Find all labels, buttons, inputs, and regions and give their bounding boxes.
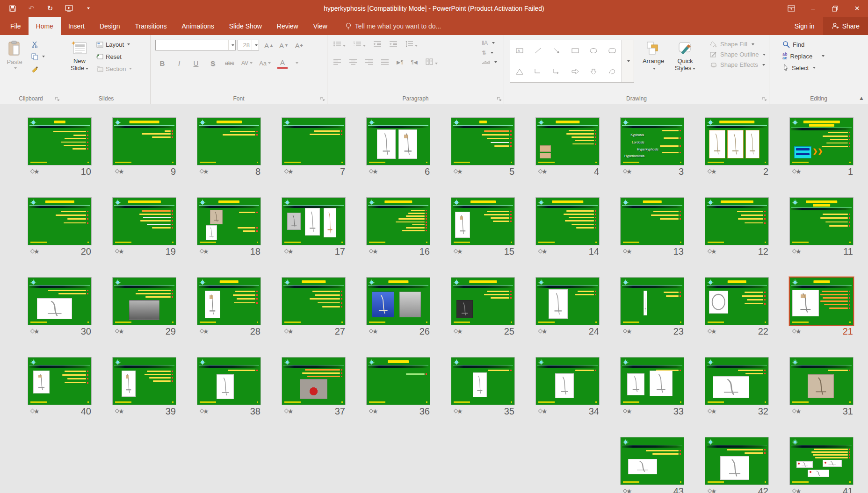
align-left-button[interactable]: [333, 58, 341, 66]
animation-star-icon[interactable]: ★: [626, 328, 632, 335]
drawing-dialog-launcher[interactable]: [761, 96, 767, 102]
italic-button[interactable]: I: [174, 57, 184, 69]
slide-thumbnail-17[interactable]: [282, 198, 345, 245]
slide-thumbnail-11[interactable]: [790, 198, 853, 245]
slide-thumbnail-35[interactable]: [451, 357, 514, 405]
freeform-shape-icon[interactable]: [603, 61, 622, 82]
animation-star-icon[interactable]: ★: [288, 168, 294, 175]
animation-star-icon[interactable]: ★: [542, 168, 548, 175]
close-icon[interactable]: ✕: [846, 0, 868, 17]
animation-star-icon[interactable]: ★: [796, 248, 802, 255]
slide-thumbnail-12[interactable]: [705, 198, 768, 245]
paste-button[interactable]: Paste: [1, 38, 28, 86]
grow-font-button[interactable]: A▲: [264, 40, 274, 51]
animation-star-icon[interactable]: ★: [203, 248, 209, 255]
animation-star-icon[interactable]: ★: [542, 248, 548, 255]
slide-thumbnail-43[interactable]: [621, 437, 684, 485]
align-text-button[interactable]: ⇅: [482, 50, 497, 56]
animation-star-icon[interactable]: ★: [711, 168, 717, 175]
minimize-icon[interactable]: –: [802, 0, 824, 17]
slide-thumbnail-29[interactable]: [113, 278, 176, 325]
animation-star-icon[interactable]: ★: [626, 487, 632, 493]
animation-star-icon[interactable]: ★: [457, 248, 463, 255]
copy-button[interactable]: [31, 53, 45, 60]
animation-star-icon[interactable]: ★: [711, 487, 717, 493]
layout-button[interactable]: Layout: [96, 41, 130, 48]
format-painter-button[interactable]: [31, 65, 39, 72]
slide-thumbnail-36[interactable]: [367, 357, 430, 405]
textbox-shape-icon[interactable]: A: [510, 40, 529, 61]
start-from-beginning-icon[interactable]: [63, 3, 75, 14]
slide-thumbnail-15[interactable]: [451, 198, 514, 245]
slide-thumbnail-26[interactable]: [367, 278, 430, 325]
right-arrow-shape-icon[interactable]: [566, 61, 585, 82]
font-color-dropdown-icon[interactable]: [296, 62, 298, 64]
slide-thumbnail-18[interactable]: [197, 198, 260, 245]
tab-animations[interactable]: Animations: [174, 17, 221, 35]
tab-home[interactable]: Home: [29, 17, 61, 35]
find-button[interactable]: Find: [782, 41, 825, 48]
character-spacing-button[interactable]: AV: [241, 57, 253, 69]
slide-thumbnail-4[interactable]: [536, 118, 599, 165]
font-name-combo[interactable]: [155, 40, 236, 50]
paragraph-dialog-launcher[interactable]: [496, 96, 502, 102]
animation-star-icon[interactable]: ★: [626, 407, 632, 415]
tab-view[interactable]: View: [306, 17, 335, 35]
shape-outline-button[interactable]: Shape Outline: [710, 51, 766, 58]
animation-star-icon[interactable]: ★: [457, 328, 463, 335]
animation-star-icon[interactable]: ★: [34, 168, 40, 175]
justify-button[interactable]: [381, 58, 389, 66]
elbow-connector-shape-icon[interactable]: [529, 61, 548, 82]
change-case-button[interactable]: Aa: [259, 57, 271, 69]
collapse-ribbon-icon[interactable]: ▲︎​: [859, 95, 864, 101]
slide-thumbnail-19[interactable]: [113, 198, 176, 245]
animation-star-icon[interactable]: ★: [796, 407, 802, 415]
animation-star-icon[interactable]: ★: [203, 407, 209, 415]
animation-star-icon[interactable]: ★: [711, 407, 717, 415]
animation-star-icon[interactable]: ★: [288, 248, 294, 255]
animation-star-icon[interactable]: ★: [711, 328, 717, 335]
slide-thumbnail-40[interactable]: [28, 357, 91, 405]
quick-styles-button[interactable]: QuickStyles: [671, 38, 700, 86]
line-shape-icon[interactable]: [529, 40, 548, 61]
redo-icon[interactable]: ↻: [44, 3, 56, 14]
animation-star-icon[interactable]: ★: [372, 407, 378, 415]
slide-thumbnail-28[interactable]: [197, 278, 260, 325]
animation-star-icon[interactable]: ★: [796, 487, 802, 493]
animation-star-icon[interactable]: ★: [288, 328, 294, 335]
animation-star-icon[interactable]: ★: [118, 407, 124, 415]
triangle-shape-icon[interactable]: [510, 61, 529, 82]
slide-thumbnail-32[interactable]: [705, 357, 768, 405]
slide-thumbnail-3[interactable]: KyphosisLordosisHyperkyphosisHyperlordos…: [621, 118, 684, 165]
rtl-direction-button[interactable]: ¶◀: [411, 59, 417, 65]
slide-thumbnail-2[interactable]: [705, 118, 768, 165]
animation-star-icon[interactable]: ★: [796, 328, 802, 335]
text-direction-button[interactable]: ‖A: [482, 40, 497, 46]
oval-shape-icon[interactable]: [585, 40, 603, 61]
underline-button[interactable]: U: [191, 57, 201, 69]
shrink-font-button[interactable]: A▼: [279, 40, 289, 51]
slide-thumbnail-14[interactable]: [536, 198, 599, 245]
elbow-arrow-connector-shape-icon[interactable]: [547, 61, 566, 82]
animation-star-icon[interactable]: ★: [34, 407, 40, 415]
ltr-direction-button[interactable]: ▶¶: [397, 59, 403, 65]
animation-star-icon[interactable]: ★: [796, 168, 802, 175]
strikethrough-button[interactable]: abc: [224, 57, 235, 69]
align-center-button[interactable]: [349, 58, 357, 66]
cut-button[interactable]: [31, 41, 39, 48]
slide-thumbnail-13[interactable]: [621, 198, 684, 245]
shape-fill-button[interactable]: Shape Fill: [710, 41, 766, 48]
numbering-button[interactable]: [353, 41, 366, 49]
convert-smartart-button[interactable]: [482, 59, 497, 65]
bullets-button[interactable]: [333, 41, 346, 49]
customize-qat-icon[interactable]: [81, 3, 94, 14]
new-slide-button[interactable]: NewSlide: [66, 38, 93, 86]
slide-thumbnail-31[interactable]: [790, 357, 853, 405]
animation-star-icon[interactable]: ★: [626, 248, 632, 255]
animation-star-icon[interactable]: ★: [118, 328, 124, 335]
animation-star-icon[interactable]: ★: [288, 407, 294, 415]
slide-thumbnail-16[interactable]: [367, 198, 430, 245]
font-size-dropdown-icon[interactable]: [252, 40, 259, 50]
slide-thumbnail-20[interactable]: [28, 198, 91, 245]
increase-indent-button[interactable]: [389, 41, 398, 49]
